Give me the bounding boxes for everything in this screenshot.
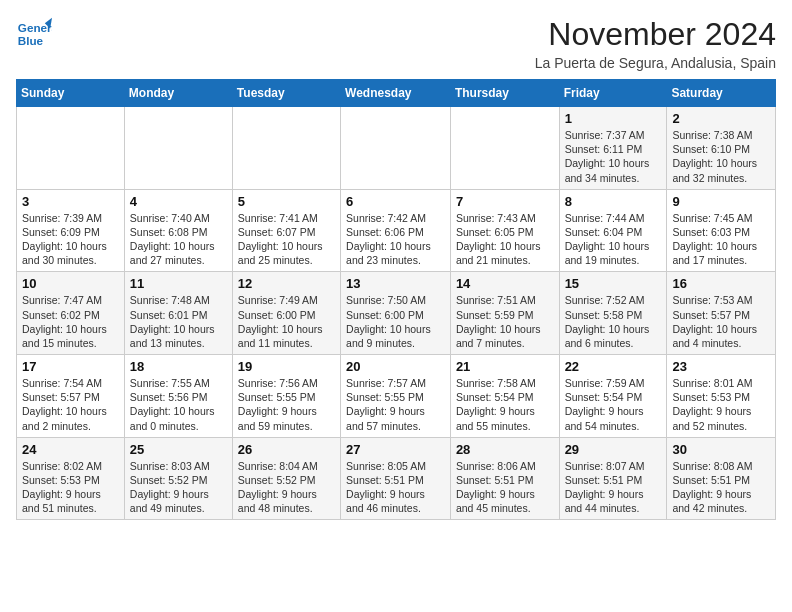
cell-info-text: Sunrise: 7:59 AM Sunset: 5:54 PM Dayligh… bbox=[565, 376, 662, 433]
cell-day-number: 27 bbox=[346, 442, 445, 457]
cell-info-text: Sunrise: 7:40 AM Sunset: 6:08 PM Dayligh… bbox=[130, 211, 227, 268]
calendar-week-1: 3Sunrise: 7:39 AM Sunset: 6:09 PM Daylig… bbox=[17, 189, 776, 272]
cell-day-number: 21 bbox=[456, 359, 554, 374]
weekday-header-wednesday: Wednesday bbox=[341, 80, 451, 107]
cell-day-number: 20 bbox=[346, 359, 445, 374]
calendar-cell bbox=[341, 107, 451, 190]
calendar-cell: 19Sunrise: 7:56 AM Sunset: 5:55 PM Dayli… bbox=[232, 355, 340, 438]
weekday-header-thursday: Thursday bbox=[450, 80, 559, 107]
cell-info-text: Sunrise: 7:55 AM Sunset: 5:56 PM Dayligh… bbox=[130, 376, 227, 433]
svg-text:Blue: Blue bbox=[18, 34, 44, 47]
cell-info-text: Sunrise: 7:54 AM Sunset: 5:57 PM Dayligh… bbox=[22, 376, 119, 433]
cell-info-text: Sunrise: 8:07 AM Sunset: 5:51 PM Dayligh… bbox=[565, 459, 662, 516]
cell-day-number: 29 bbox=[565, 442, 662, 457]
cell-info-text: Sunrise: 7:37 AM Sunset: 6:11 PM Dayligh… bbox=[565, 128, 662, 185]
weekday-header-sunday: Sunday bbox=[17, 80, 125, 107]
cell-info-text: Sunrise: 8:08 AM Sunset: 5:51 PM Dayligh… bbox=[672, 459, 770, 516]
cell-day-number: 30 bbox=[672, 442, 770, 457]
cell-day-number: 14 bbox=[456, 276, 554, 291]
cell-day-number: 19 bbox=[238, 359, 335, 374]
calendar-cell: 16Sunrise: 7:53 AM Sunset: 5:57 PM Dayli… bbox=[667, 272, 776, 355]
calendar-week-3: 17Sunrise: 7:54 AM Sunset: 5:57 PM Dayli… bbox=[17, 355, 776, 438]
cell-info-text: Sunrise: 7:49 AM Sunset: 6:00 PM Dayligh… bbox=[238, 293, 335, 350]
cell-day-number: 22 bbox=[565, 359, 662, 374]
cell-day-number: 6 bbox=[346, 194, 445, 209]
cell-info-text: Sunrise: 7:48 AM Sunset: 6:01 PM Dayligh… bbox=[130, 293, 227, 350]
cell-info-text: Sunrise: 7:56 AM Sunset: 5:55 PM Dayligh… bbox=[238, 376, 335, 433]
calendar-cell: 23Sunrise: 8:01 AM Sunset: 5:53 PM Dayli… bbox=[667, 355, 776, 438]
cell-info-text: Sunrise: 8:01 AM Sunset: 5:53 PM Dayligh… bbox=[672, 376, 770, 433]
calendar-header: SundayMondayTuesdayWednesdayThursdayFrid… bbox=[17, 80, 776, 107]
calendar-cell bbox=[450, 107, 559, 190]
cell-info-text: Sunrise: 7:44 AM Sunset: 6:04 PM Dayligh… bbox=[565, 211, 662, 268]
weekday-header-saturday: Saturday bbox=[667, 80, 776, 107]
cell-day-number: 8 bbox=[565, 194, 662, 209]
cell-day-number: 2 bbox=[672, 111, 770, 126]
calendar-cell: 8Sunrise: 7:44 AM Sunset: 6:04 PM Daylig… bbox=[559, 189, 667, 272]
cell-info-text: Sunrise: 7:52 AM Sunset: 5:58 PM Dayligh… bbox=[565, 293, 662, 350]
calendar-cell: 25Sunrise: 8:03 AM Sunset: 5:52 PM Dayli… bbox=[124, 437, 232, 520]
calendar-cell: 10Sunrise: 7:47 AM Sunset: 6:02 PM Dayli… bbox=[17, 272, 125, 355]
cell-day-number: 15 bbox=[565, 276, 662, 291]
calendar-cell: 12Sunrise: 7:49 AM Sunset: 6:00 PM Dayli… bbox=[232, 272, 340, 355]
weekday-header-row: SundayMondayTuesdayWednesdayThursdayFrid… bbox=[17, 80, 776, 107]
calendar-cell: 27Sunrise: 8:05 AM Sunset: 5:51 PM Dayli… bbox=[341, 437, 451, 520]
cell-day-number: 16 bbox=[672, 276, 770, 291]
cell-info-text: Sunrise: 8:02 AM Sunset: 5:53 PM Dayligh… bbox=[22, 459, 119, 516]
cell-info-text: Sunrise: 7:58 AM Sunset: 5:54 PM Dayligh… bbox=[456, 376, 554, 433]
calendar-cell: 3Sunrise: 7:39 AM Sunset: 6:09 PM Daylig… bbox=[17, 189, 125, 272]
calendar-cell bbox=[17, 107, 125, 190]
cell-day-number: 5 bbox=[238, 194, 335, 209]
calendar-cell: 15Sunrise: 7:52 AM Sunset: 5:58 PM Dayli… bbox=[559, 272, 667, 355]
calendar-week-2: 10Sunrise: 7:47 AM Sunset: 6:02 PM Dayli… bbox=[17, 272, 776, 355]
cell-day-number: 3 bbox=[22, 194, 119, 209]
calendar-cell: 9Sunrise: 7:45 AM Sunset: 6:03 PM Daylig… bbox=[667, 189, 776, 272]
calendar-body: 1Sunrise: 7:37 AM Sunset: 6:11 PM Daylig… bbox=[17, 107, 776, 520]
cell-day-number: 23 bbox=[672, 359, 770, 374]
cell-day-number: 11 bbox=[130, 276, 227, 291]
location-title: La Puerta de Segura, Andalusia, Spain bbox=[535, 55, 776, 71]
header: General Blue November 2024 La Puerta de … bbox=[16, 16, 776, 71]
calendar-cell: 22Sunrise: 7:59 AM Sunset: 5:54 PM Dayli… bbox=[559, 355, 667, 438]
cell-info-text: Sunrise: 7:47 AM Sunset: 6:02 PM Dayligh… bbox=[22, 293, 119, 350]
cell-day-number: 12 bbox=[238, 276, 335, 291]
cell-info-text: Sunrise: 7:42 AM Sunset: 6:06 PM Dayligh… bbox=[346, 211, 445, 268]
cell-day-number: 1 bbox=[565, 111, 662, 126]
cell-day-number: 18 bbox=[130, 359, 227, 374]
weekday-header-tuesday: Tuesday bbox=[232, 80, 340, 107]
calendar-cell: 30Sunrise: 8:08 AM Sunset: 5:51 PM Dayli… bbox=[667, 437, 776, 520]
cell-info-text: Sunrise: 7:43 AM Sunset: 6:05 PM Dayligh… bbox=[456, 211, 554, 268]
cell-info-text: Sunrise: 7:50 AM Sunset: 6:00 PM Dayligh… bbox=[346, 293, 445, 350]
calendar-cell: 26Sunrise: 8:04 AM Sunset: 5:52 PM Dayli… bbox=[232, 437, 340, 520]
cell-day-number: 7 bbox=[456, 194, 554, 209]
month-title: November 2024 bbox=[535, 16, 776, 53]
cell-info-text: Sunrise: 7:41 AM Sunset: 6:07 PM Dayligh… bbox=[238, 211, 335, 268]
calendar-cell bbox=[124, 107, 232, 190]
calendar-cell: 17Sunrise: 7:54 AM Sunset: 5:57 PM Dayli… bbox=[17, 355, 125, 438]
calendar-cell: 20Sunrise: 7:57 AM Sunset: 5:55 PM Dayli… bbox=[341, 355, 451, 438]
weekday-header-monday: Monday bbox=[124, 80, 232, 107]
cell-info-text: Sunrise: 7:57 AM Sunset: 5:55 PM Dayligh… bbox=[346, 376, 445, 433]
cell-day-number: 24 bbox=[22, 442, 119, 457]
calendar-cell: 2Sunrise: 7:38 AM Sunset: 6:10 PM Daylig… bbox=[667, 107, 776, 190]
cell-day-number: 10 bbox=[22, 276, 119, 291]
cell-info-text: Sunrise: 8:05 AM Sunset: 5:51 PM Dayligh… bbox=[346, 459, 445, 516]
cell-day-number: 4 bbox=[130, 194, 227, 209]
calendar-cell: 28Sunrise: 8:06 AM Sunset: 5:51 PM Dayli… bbox=[450, 437, 559, 520]
weekday-header-friday: Friday bbox=[559, 80, 667, 107]
calendar-cell: 4Sunrise: 7:40 AM Sunset: 6:08 PM Daylig… bbox=[124, 189, 232, 272]
cell-day-number: 17 bbox=[22, 359, 119, 374]
cell-day-number: 13 bbox=[346, 276, 445, 291]
cell-info-text: Sunrise: 8:04 AM Sunset: 5:52 PM Dayligh… bbox=[238, 459, 335, 516]
cell-info-text: Sunrise: 7:51 AM Sunset: 5:59 PM Dayligh… bbox=[456, 293, 554, 350]
calendar-table: SundayMondayTuesdayWednesdayThursdayFrid… bbox=[16, 79, 776, 520]
calendar-cell bbox=[232, 107, 340, 190]
cell-info-text: Sunrise: 7:45 AM Sunset: 6:03 PM Dayligh… bbox=[672, 211, 770, 268]
cell-info-text: Sunrise: 7:53 AM Sunset: 5:57 PM Dayligh… bbox=[672, 293, 770, 350]
calendar-cell: 13Sunrise: 7:50 AM Sunset: 6:00 PM Dayli… bbox=[341, 272, 451, 355]
calendar-cell: 29Sunrise: 8:07 AM Sunset: 5:51 PM Dayli… bbox=[559, 437, 667, 520]
calendar-cell: 1Sunrise: 7:37 AM Sunset: 6:11 PM Daylig… bbox=[559, 107, 667, 190]
calendar-cell: 21Sunrise: 7:58 AM Sunset: 5:54 PM Dayli… bbox=[450, 355, 559, 438]
calendar-cell: 11Sunrise: 7:48 AM Sunset: 6:01 PM Dayli… bbox=[124, 272, 232, 355]
cell-info-text: Sunrise: 7:38 AM Sunset: 6:10 PM Dayligh… bbox=[672, 128, 770, 185]
